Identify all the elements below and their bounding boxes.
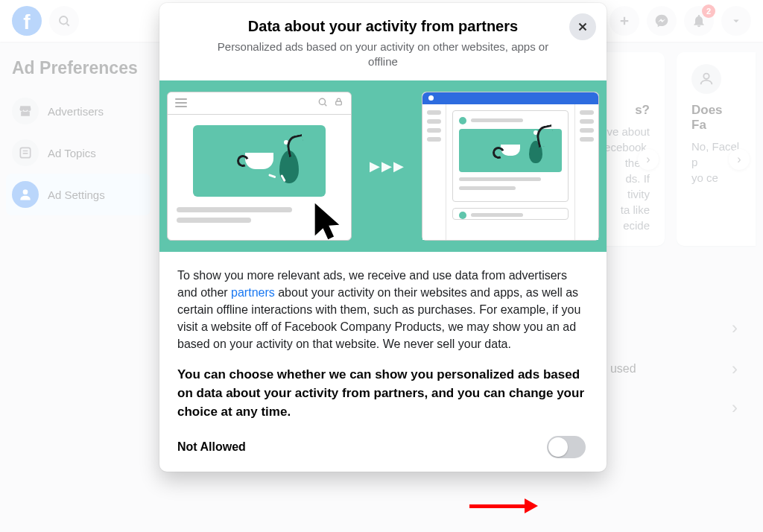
svg-point-4 <box>319 98 325 104</box>
svg-rect-5 <box>335 101 341 104</box>
search-icon <box>317 97 328 110</box>
close-icon <box>576 20 589 34</box>
toggle-label: Not Allowed <box>177 440 246 454</box>
hamburger-icon <box>175 98 187 107</box>
illustration-feed <box>422 92 599 241</box>
illustration-browser <box>167 92 352 241</box>
allow-toggle[interactable] <box>547 436 586 458</box>
transfer-arrows-icon: ▶▶▶ <box>370 158 404 174</box>
modal-title: Data about your activity from partners <box>204 18 562 35</box>
cursor-icon <box>308 200 351 246</box>
modal-paragraph: To show you more relevant ads, we receiv… <box>177 267 589 353</box>
modal-header: Data about your activity from partners P… <box>159 3 607 80</box>
close-button[interactable] <box>569 13 596 40</box>
modal-subtitle: Personalized ads based on your activity … <box>204 39 562 70</box>
toggle-row: Not Allowed <box>177 436 589 458</box>
modal-bold-paragraph: You can choose whether we can show you p… <box>177 366 589 421</box>
modal-overlay: Data about your activity from partners P… <box>0 0 763 532</box>
annotation-arrow <box>469 498 538 513</box>
modal-illustration: ▶▶▶ <box>159 80 607 252</box>
modal-body: To show you more relevant ads, we receiv… <box>159 252 607 472</box>
partner-activity-modal: Data about your activity from partners P… <box>159 3 607 472</box>
lock-icon <box>334 97 343 110</box>
partners-link[interactable]: partners <box>231 286 275 299</box>
